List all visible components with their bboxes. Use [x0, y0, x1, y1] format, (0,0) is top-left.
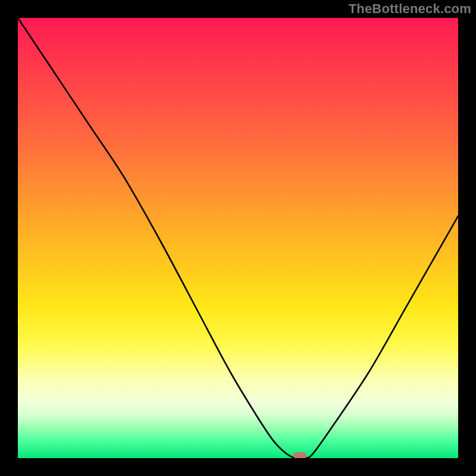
chart-frame: TheBottleneck.com — [0, 0, 476, 476]
bottleneck-curve-path — [18, 18, 458, 458]
optimal-marker — [293, 452, 306, 458]
curve-layer — [18, 18, 458, 458]
watermark-text: TheBottleneck.com — [349, 1, 471, 17]
plot-area — [18, 18, 458, 458]
